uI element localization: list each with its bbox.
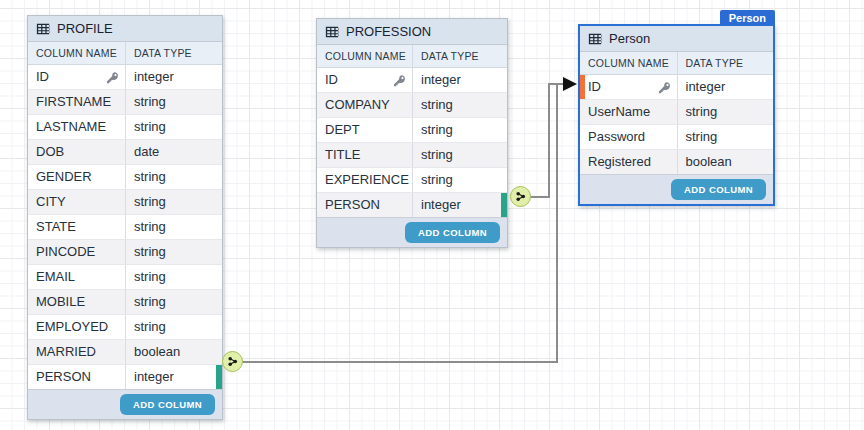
relationship-line-profession-person — [530, 84, 564, 197]
column-type: boolean — [134, 344, 180, 359]
data-type-cell: string — [125, 240, 222, 264]
column-type: string — [134, 294, 166, 309]
table-row[interactable]: DEPT string — [317, 118, 507, 143]
column-name-cell: MARRIED — [28, 340, 125, 364]
table-profile-header[interactable]: PROFILE — [28, 16, 222, 42]
table-row[interactable]: MARRIED boolean — [28, 340, 222, 365]
table-row[interactable]: FIRSTNAME string — [28, 90, 222, 115]
table-profession-header[interactable]: PROFESSION — [317, 19, 507, 45]
column-name-header: COLUMN NAME — [317, 45, 412, 67]
table-row[interactable]: MOBILE string — [28, 290, 222, 315]
column-type: integer — [686, 79, 726, 94]
data-type-cell: integer — [125, 365, 222, 389]
column-name: LASTNAME — [36, 115, 106, 139]
table-badge: Person — [720, 10, 775, 25]
table-row[interactable]: PINCODE string — [28, 240, 222, 265]
column-type: string — [134, 269, 166, 284]
column-type: string — [421, 147, 453, 162]
column-type: string — [134, 219, 166, 234]
column-name-cell: Registered — [580, 150, 677, 174]
column-type: string — [134, 194, 166, 209]
data-type-cell: string — [125, 290, 222, 314]
data-type-cell: string — [125, 190, 222, 214]
data-type-header: DATA TYPE — [677, 52, 774, 74]
data-type-cell: integer — [125, 65, 222, 89]
table-row[interactable]: PERSON integer — [317, 193, 507, 217]
column-name: Registered — [588, 150, 651, 174]
table-row[interactable]: Password string — [580, 125, 773, 150]
share-icon — [226, 355, 239, 368]
table-row[interactable]: COMPANY string — [317, 93, 507, 118]
table-footer: ADD COLUMN — [580, 174, 773, 204]
table-icon — [325, 25, 339, 39]
column-type: integer — [421, 197, 461, 212]
data-type-cell: string — [125, 215, 222, 239]
primary-key-icon — [106, 71, 119, 84]
column-name: COMPANY — [325, 93, 390, 117]
data-type-cell: string — [412, 143, 507, 167]
table-rows: ID integer COMPANY string DEPT stri — [317, 68, 507, 217]
table-row[interactable]: ID integer — [28, 65, 222, 90]
connection-port-profile-person[interactable] — [222, 351, 243, 372]
table-row[interactable]: PERSON integer — [28, 365, 222, 389]
column-type: string — [421, 97, 453, 112]
data-type-cell: string — [125, 315, 222, 339]
add-column-button[interactable]: ADD COLUMN — [671, 179, 766, 200]
table-row[interactable]: EXPERIENCE string — [317, 168, 507, 193]
add-column-button[interactable]: ADD COLUMN — [405, 222, 500, 243]
column-type: string — [134, 319, 166, 334]
relation-marker — [216, 365, 222, 389]
table-row[interactable]: STATE string — [28, 215, 222, 240]
table-row[interactable]: DOB date — [28, 140, 222, 165]
column-name: MOBILE — [36, 290, 85, 314]
column-type: string — [686, 129, 718, 144]
relation-marker — [501, 193, 507, 217]
column-headers: COLUMN NAME DATA TYPE — [28, 42, 222, 65]
table-row[interactable]: ID integer — [580, 75, 773, 100]
table-icon — [588, 32, 602, 46]
column-name: GENDER — [36, 165, 92, 189]
data-type-cell: string — [677, 125, 774, 149]
column-name-cell: TITLE — [317, 143, 412, 167]
column-name-cell: ID — [317, 68, 412, 92]
table-row[interactable]: TITLE string — [317, 143, 507, 168]
table-person[interactable]: Person Person COLUMN NAME DATA TYPE ID i… — [578, 24, 775, 206]
column-name: FIRSTNAME — [36, 90, 111, 114]
data-type-cell: string — [125, 90, 222, 114]
table-row[interactable]: EMAIL string — [28, 265, 222, 290]
data-type-cell: integer — [677, 75, 774, 99]
column-name: DEPT — [325, 118, 360, 142]
column-name: EXPERIENCE — [325, 168, 409, 192]
table-row[interactable]: CITY string — [28, 190, 222, 215]
connection-port-profession-person[interactable] — [510, 186, 531, 207]
column-type: string — [134, 169, 166, 184]
table-row[interactable]: LASTNAME string — [28, 115, 222, 140]
table-title: PROFILE — [57, 21, 113, 36]
data-type-header: DATA TYPE — [125, 42, 222, 64]
column-type: string — [421, 172, 453, 187]
column-name: TITLE — [325, 143, 360, 167]
relation-marker — [580, 75, 585, 99]
table-profile[interactable]: PROFILE COLUMN NAME DATA TYPE ID integer… — [27, 15, 223, 420]
primary-key-icon — [393, 74, 406, 87]
table-footer: ADD COLUMN — [28, 389, 222, 419]
diagram-canvas[interactable]: PROFILE COLUMN NAME DATA TYPE ID integer… — [0, 0, 864, 430]
column-type: string — [134, 94, 166, 109]
table-row[interactable]: EMPLOYED string — [28, 315, 222, 340]
data-type-cell: string — [125, 165, 222, 189]
data-type-cell: string — [412, 168, 507, 192]
table-row[interactable]: GENDER string — [28, 165, 222, 190]
table-row[interactable]: Registered boolean — [580, 150, 773, 174]
table-person-header[interactable]: Person — [580, 26, 773, 52]
table-profession[interactable]: PROFESSION COLUMN NAME DATA TYPE ID inte… — [316, 18, 508, 248]
table-row[interactable]: UserName string — [580, 100, 773, 125]
column-name-cell: Password — [580, 125, 677, 149]
table-row[interactable]: ID integer — [317, 68, 507, 93]
add-column-button[interactable]: ADD COLUMN — [120, 394, 215, 415]
column-type: string — [421, 122, 453, 137]
table-rows: ID integer UserName string Password — [580, 75, 773, 174]
column-name-cell: PERSON — [28, 365, 125, 389]
column-name-cell: FIRSTNAME — [28, 90, 125, 114]
column-name: EMAIL — [36, 265, 75, 289]
column-name-cell: MOBILE — [28, 290, 125, 314]
